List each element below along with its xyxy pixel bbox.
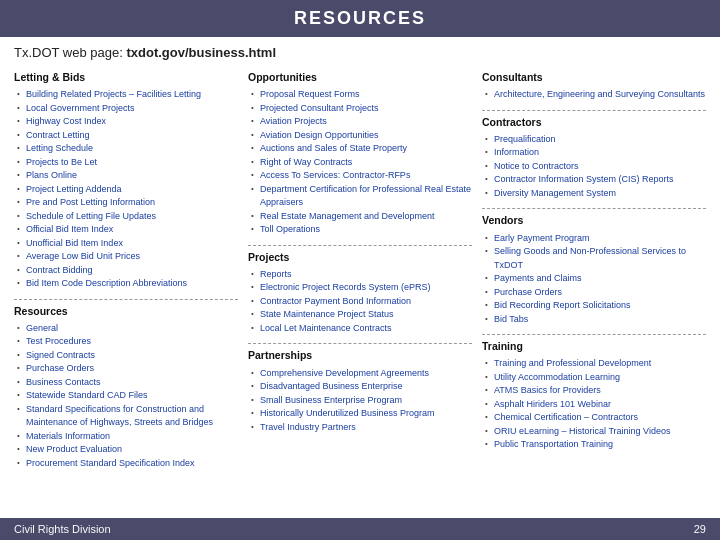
list-item: Proposal Request Forms	[250, 88, 472, 102]
section-projects: Projects Reports Electronic Project Reco…	[248, 250, 472, 336]
list-item: Early Payment Program	[484, 232, 706, 246]
section-resources: Resources General Test Procedures Signed…	[14, 304, 238, 471]
list-item: Auctions and Sales of State Property	[250, 142, 472, 156]
subtitle-link: txdot.gov/business.html	[126, 45, 276, 60]
section-partnerships-title: Partnerships	[248, 348, 472, 363]
section-vendors-list: Early Payment Program Selling Goods and …	[482, 232, 706, 327]
list-item: New Product Evaluation	[16, 443, 238, 457]
list-item: State Maintenance Project Status	[250, 308, 472, 322]
section-opportunities-list: Proposal Request Forms Projected Consult…	[248, 88, 472, 237]
subtitle-bar: Tx.DOT web page: txdot.gov/business.html	[0, 37, 720, 66]
section-training-title: Training	[482, 339, 706, 354]
section-training-list: Training and Professional Development Ut…	[482, 357, 706, 452]
section-partnerships-list: Comprehensive Development Agreements Dis…	[248, 367, 472, 435]
list-item: ORIU eLearning – Historical Training Vid…	[484, 425, 706, 439]
list-item: Right of Way Contracts	[250, 156, 472, 170]
list-item: Comprehensive Development Agreements	[250, 367, 472, 381]
list-item: Schedule of Letting File Updates	[16, 210, 238, 224]
list-item: Official Bid Item Index	[16, 223, 238, 237]
list-item: Bid Recording Report Solicitations	[484, 299, 706, 313]
section-vendors-title: Vendors	[482, 213, 706, 228]
list-item: Chemical Certification – Contractors	[484, 411, 706, 425]
list-item: Bid Item Code Description Abbreviations	[16, 277, 238, 291]
list-item: Access To Services: Contractor-RFPs	[250, 169, 472, 183]
list-item: Aviation Projects	[250, 115, 472, 129]
list-item: Average Low Bid Unit Prices	[16, 250, 238, 264]
column-3: Consultants Architecture, Engineering an…	[482, 70, 706, 502]
section-resources-list: General Test Procedures Signed Contracts…	[14, 322, 238, 471]
section-consultants-title: Consultants	[482, 70, 706, 85]
list-item: Travel Industry Partners	[250, 421, 472, 435]
list-item: Architecture, Engineering and Surveying …	[484, 88, 706, 102]
list-item: Selling Goods and Non-Professional Servi…	[484, 245, 706, 272]
list-item: Local Government Projects	[16, 102, 238, 116]
list-item: Contract Bidding	[16, 264, 238, 278]
divider	[482, 334, 706, 335]
divider	[248, 343, 472, 344]
header-title: RESOURCES	[294, 8, 426, 28]
footer-left: Civil Rights Division	[14, 523, 111, 535]
section-training: Training Training and Professional Devel…	[482, 339, 706, 452]
list-item: Projected Consultant Projects	[250, 102, 472, 116]
list-item: Procurement Standard Specification Index	[16, 457, 238, 471]
list-item: Contract Letting	[16, 129, 238, 143]
section-vendors: Vendors Early Payment Program Selling Go…	[482, 213, 706, 326]
subtitle-prefix: Tx.DOT web page:	[14, 45, 126, 60]
list-item: Toll Operations	[250, 223, 472, 237]
section-consultants-list: Architecture, Engineering and Surveying …	[482, 88, 706, 102]
list-item: Asphalt Hiriders 101 Webinar	[484, 398, 706, 412]
section-opportunities: Opportunities Proposal Request Forms Pro…	[248, 70, 472, 237]
footer-page-number: 29	[694, 523, 706, 535]
list-item: Payments and Claims	[484, 272, 706, 286]
list-item: Unofficial Bid Item Index	[16, 237, 238, 251]
list-item: Real Estate Management and Development	[250, 210, 472, 224]
list-item: Business Contacts	[16, 376, 238, 390]
list-item: Project Letting Addenda	[16, 183, 238, 197]
list-item: Reports	[250, 268, 472, 282]
list-item: Disadvantaged Business Enterprise	[250, 380, 472, 394]
list-item: Building Related Projects – Facilities L…	[16, 88, 238, 102]
list-item: Contractor Information System (CIS) Repo…	[484, 173, 706, 187]
main-content: Letting & Bids Building Related Projects…	[0, 66, 720, 506]
section-projects-title: Projects	[248, 250, 472, 265]
section-projects-list: Reports Electronic Project Records Syste…	[248, 268, 472, 336]
list-item: Utility Accommodation Learning	[484, 371, 706, 385]
list-item: Materials Information	[16, 430, 238, 444]
list-item: Aviation Design Opportunities	[250, 129, 472, 143]
list-item: Test Procedures	[16, 335, 238, 349]
list-item: Pre and Post Letting Information	[16, 196, 238, 210]
list-item: Electronic Project Records System (ePRS)	[250, 281, 472, 295]
list-item: Bid Tabs	[484, 313, 706, 327]
list-item: Statewide Standard CAD Files	[16, 389, 238, 403]
list-item: Standard Specifications for Construction…	[16, 403, 238, 430]
column-1: Letting & Bids Building Related Projects…	[14, 70, 238, 502]
list-item: Letting Schedule	[16, 142, 238, 156]
list-item: Small Business Enterprise Program	[250, 394, 472, 408]
section-contractors-title: Contractors	[482, 115, 706, 130]
list-item: Training and Professional Development	[484, 357, 706, 371]
section-resources-title: Resources	[14, 304, 238, 319]
divider	[248, 245, 472, 246]
section-contractors: Contractors Prequalification Information…	[482, 115, 706, 201]
page-footer: Civil Rights Division 29	[0, 518, 720, 540]
list-item: Historically Underutilized Business Prog…	[250, 407, 472, 421]
list-item: Diversity Management System	[484, 187, 706, 201]
list-item: Public Transportation Training	[484, 438, 706, 452]
section-consultants: Consultants Architecture, Engineering an…	[482, 70, 706, 102]
list-item: General	[16, 322, 238, 336]
section-letting-bids-list: Building Related Projects – Facilities L…	[14, 88, 238, 291]
list-item: ATMS Basics for Providers	[484, 384, 706, 398]
section-contractors-list: Prequalification Information Notice to C…	[482, 133, 706, 201]
list-item: Projects to Be Let	[16, 156, 238, 170]
list-item: Department Certification for Professiona…	[250, 183, 472, 210]
list-item: Highway Cost Index	[16, 115, 238, 129]
list-item: Purchase Orders	[16, 362, 238, 376]
section-letting-bids: Letting & Bids Building Related Projects…	[14, 70, 238, 291]
list-item: Notice to Contractors	[484, 160, 706, 174]
column-2: Opportunities Proposal Request Forms Pro…	[248, 70, 472, 502]
divider	[14, 299, 238, 300]
list-item: Prequalification	[484, 133, 706, 147]
list-item: Plans Online	[16, 169, 238, 183]
list-item: Contractor Payment Bond Information	[250, 295, 472, 309]
list-item: Purchase Orders	[484, 286, 706, 300]
